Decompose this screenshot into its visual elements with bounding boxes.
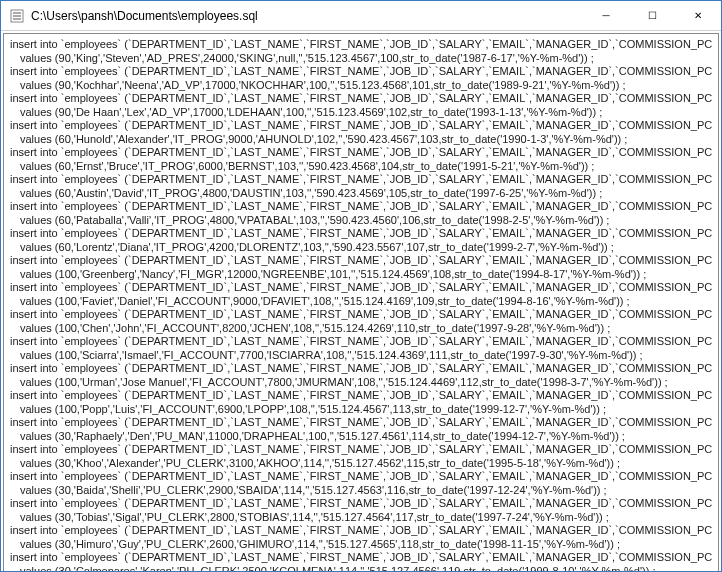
sql-line: values (100,'Popp','Luis','FI_ACCOUNT',6…: [10, 403, 712, 417]
sql-line: insert into `employees` (`DEPARTMENT_ID`…: [10, 443, 712, 457]
sql-line: insert into `employees` (`DEPARTMENT_ID`…: [10, 497, 712, 511]
sql-line: values (30,'Raphaely','Den','PU_MAN',110…: [10, 430, 712, 444]
sql-line: insert into `employees` (`DEPARTMENT_ID`…: [10, 38, 712, 52]
sql-line: insert into `employees` (`DEPARTMENT_ID`…: [10, 362, 712, 376]
sql-line: insert into `employees` (`DEPARTMENT_ID`…: [10, 551, 712, 565]
sql-line: insert into `employees` (`DEPARTMENT_ID`…: [10, 65, 712, 79]
sql-line: values (30,'Himuro','Guy','PU_CLERK',260…: [10, 538, 712, 552]
sql-line: values (100,'Greenberg','Nancy','FI_MGR'…: [10, 268, 712, 282]
sql-line: values (60,'Austin','David','IT_PROG',48…: [10, 187, 712, 201]
sql-line: values (90,'King','Steven','AD_PRES',240…: [10, 52, 712, 66]
sql-line: values (90,'De Haan','Lex','AD_VP',17000…: [10, 106, 712, 120]
close-button[interactable]: ✕: [675, 1, 721, 30]
sql-line: insert into `employees` (`DEPARTMENT_ID`…: [10, 173, 712, 187]
sql-line: insert into `employees` (`DEPARTMENT_ID`…: [10, 470, 712, 484]
sql-line: insert into `employees` (`DEPARTMENT_ID`…: [10, 227, 712, 241]
sql-line: values (60,'Ernst','Bruce','IT_PROG',600…: [10, 160, 712, 174]
sql-line: insert into `employees` (`DEPARTMENT_ID`…: [10, 524, 712, 538]
sql-line: insert into `employees` (`DEPARTMENT_ID`…: [10, 92, 712, 106]
window-title: C:\Users\pansh\Documents\employees.sql: [31, 9, 583, 23]
text-content[interactable]: insert into `employees` (`DEPARTMENT_ID`…: [3, 33, 719, 572]
sql-line: values (60,'Pataballa','Valli','IT_PROG'…: [10, 214, 712, 228]
sql-line: values (100,'Sciarra','Ismael','FI_ACCOU…: [10, 349, 712, 363]
sql-line: insert into `employees` (`DEPARTMENT_ID`…: [10, 389, 712, 403]
sql-line: insert into `employees` (`DEPARTMENT_ID`…: [10, 119, 712, 133]
titlebar[interactable]: C:\Users\pansh\Documents\employees.sql ─…: [1, 1, 721, 31]
sql-line: values (30,'Baida','Shelli','PU_CLERK',2…: [10, 484, 712, 498]
sql-line: insert into `employees` (`DEPARTMENT_ID`…: [10, 281, 712, 295]
sql-line: values (30,'Tobias','Sigal','PU_CLERK',2…: [10, 511, 712, 525]
sql-line: values (30,'Colmenares','Karen','PU_CLER…: [10, 565, 712, 573]
sql-line: insert into `employees` (`DEPARTMENT_ID`…: [10, 146, 712, 160]
sql-line: values (90,'Kochhar','Neena','AD_VP',170…: [10, 79, 712, 93]
window-controls: ─ ☐ ✕: [583, 1, 721, 30]
sql-line: insert into `employees` (`DEPARTMENT_ID`…: [10, 335, 712, 349]
maximize-button[interactable]: ☐: [629, 1, 675, 30]
sql-line: values (60,'Lorentz','Diana','IT_PROG',4…: [10, 241, 712, 255]
sql-line: insert into `employees` (`DEPARTMENT_ID`…: [10, 254, 712, 268]
sql-line: insert into `employees` (`DEPARTMENT_ID`…: [10, 416, 712, 430]
sql-line: values (60,'Hunold','Alexander','IT_PROG…: [10, 133, 712, 147]
sql-line: values (100,'Chen','John','FI_ACCOUNT',8…: [10, 322, 712, 336]
sql-line: values (100,'Urman','Jose Manuel','FI_AC…: [10, 376, 712, 390]
app-icon: [9, 8, 25, 24]
minimize-button[interactable]: ─: [583, 1, 629, 30]
sql-line: insert into `employees` (`DEPARTMENT_ID`…: [10, 200, 712, 214]
sql-line: values (30,'Khoo','Alexander','PU_CLERK'…: [10, 457, 712, 471]
sql-line: values (100,'Faviet','Daniel','FI_ACCOUN…: [10, 295, 712, 309]
sql-line: insert into `employees` (`DEPARTMENT_ID`…: [10, 308, 712, 322]
